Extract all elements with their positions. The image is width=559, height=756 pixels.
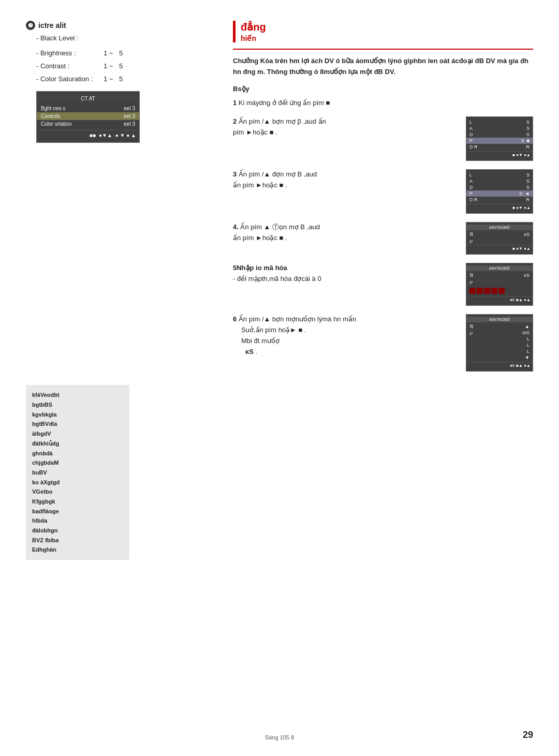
- s3-row1: AS: [466, 178, 533, 184]
- contrast-range-text: 1 ~: [104, 62, 113, 70]
- list-item-12: badflàoge: [32, 507, 123, 516]
- osd-step3: LS AS DS PS ◄ D RR ■ ●▼ ●▲: [466, 169, 533, 214]
- step-6-block: 6 Ấn pím /▲ bợn mợnưốợn lýmà hn mấn Suở,…: [233, 314, 533, 372]
- s2-row2: DS: [466, 131, 533, 138]
- s6-row0: ℜ▲: [466, 323, 533, 330]
- header-line2: hiến: [241, 34, 533, 42]
- top-layout: ❼ ictre alit - Black Level : - Brightnes…: [26, 21, 533, 380]
- osd-menu-title: CT AT: [37, 95, 139, 102]
- step-3-content: Ấn pím /▲ đợn mợ Β ,audấn pím ►hoặc ■ .: [233, 170, 317, 189]
- step-2-text: 2 Ấn pím /▲ bợn mợ β ,aud ấnpím ►hoặc ■ …: [233, 116, 458, 138]
- s5-dots: [466, 285, 533, 295]
- color-saturation-label: - Color Saturation :: [36, 75, 104, 83]
- header-line1: đẳng: [241, 21, 533, 33]
- section-title: ictre alit: [38, 21, 66, 29]
- brightness-label: - Brightness :: [36, 49, 104, 57]
- step-4-text: 4. Ấn pím ▲ Ⓣọn mợ Β ,audấn pím ►hoặc ■ …: [233, 222, 458, 244]
- list-item-13: hlbda: [32, 516, 123, 526]
- s4-row1: ℘: [466, 238, 533, 244]
- s2-row1: AS: [466, 125, 533, 131]
- brightness-range-text: 1 ~: [104, 49, 113, 57]
- left-column: ❼ ictre alit - Black Level : - Brightnes…: [26, 21, 217, 380]
- dot-3: [484, 288, 490, 294]
- step-2-image: LS AS DS PS ■ D RR ■ ●▼ ●▲: [466, 116, 533, 161]
- step-5-sub: - đếl mậpth,mã hóa đợcài à 0: [233, 274, 458, 285]
- step-1-text: 1 Ki máydng ở đếl ứng ấn pím ■: [233, 98, 533, 109]
- step-1-num: 1: [233, 99, 237, 107]
- step-6-image: AINTAŪBĎ ℜ▲ ℘√κS L L L ▼ ●E ■▲ ●▲: [466, 314, 533, 372]
- step-6-sub3: κS .: [245, 347, 458, 358]
- dot-5: [498, 288, 505, 294]
- page-container: ❼ ictre alit - Black Level : - Brightnes…: [0, 0, 559, 756]
- s4-title: AINTAŪBĎ: [466, 225, 533, 230]
- step-5-text: 5Nhập io mã hóa - đếl mậpth,mã hóa đợcài…: [233, 263, 458, 285]
- osd-step4: AINTAŪBĎ ℜκS ℘ ■ ●▼ ●▲: [466, 222, 533, 255]
- s6-row1: ℘√κS: [466, 330, 533, 336]
- list-item-7: chjgbdaM: [32, 458, 123, 468]
- step-6-sub2: Mbi đt mưốợ: [241, 336, 458, 347]
- settings-list: - Brightness : 1 ~ 5 - Contrast : 1 ~ 5: [36, 49, 217, 83]
- contrast-range: 1 ~ 5: [104, 62, 123, 70]
- osd-label-2: Color srtation: [41, 121, 71, 127]
- right-column: đẳng hiến Chưởng Kóa trên hm lợi ách DV …: [233, 21, 533, 380]
- osd-step5: AINTAŪBĎ ℜκS ℘ ●E ■▲ ●▲: [466, 263, 533, 306]
- step-3-text: 3 Ấn pím /▲ đợn mợ Β ,audấn pím ►hoặc ■ …: [233, 169, 458, 191]
- ready-label: Bsộy: [233, 85, 533, 93]
- step-2-content: Ấn pím /▲ bợn mợ β ,aud ấnpím ►hoặc ■ .: [233, 117, 326, 136]
- color-sat-value: 5: [119, 75, 123, 83]
- step-6-text: 6 Ấn pím /▲ bợn mợnưốợn lýmà hn mấn Suở,…: [233, 314, 458, 357]
- step-1-content: Ki máydng ở đếl ứng ấn pím ■: [239, 99, 330, 107]
- osd-step6: AINTAŪBĎ ℜ▲ ℘√κS L L L ▼ ●E ■▲ ●▲: [466, 314, 533, 372]
- brightness-row: - Brightness : 1 ~ 5: [36, 49, 217, 57]
- dot-4: [491, 288, 497, 294]
- osd-row-0: Bght nes s eel 3: [37, 105, 139, 112]
- step-4-block: 4. Ấn pím ▲ Ⓣọn mợ Β ,audấn pím ►hoặc ■ …: [233, 222, 533, 255]
- s3-row2: DS: [466, 184, 533, 190]
- osd-menu: CT AT Bght nes s eel 3 Controls eel 3 Co…: [36, 91, 140, 143]
- step-4-num: 4.: [233, 223, 239, 231]
- list-item-10: VGetbo: [32, 487, 123, 497]
- brightness-range: 1 ~ 5: [104, 49, 123, 57]
- list-item-16: Edhghàn: [32, 545, 123, 555]
- s6-title: AINTAŪBĎ: [466, 317, 533, 322]
- list-item-14: đàlobhgn: [32, 526, 123, 536]
- osd-label-0: Bght nes s: [41, 106, 65, 111]
- dot-2: [477, 288, 483, 294]
- osd-val-2: eel 3: [124, 121, 135, 127]
- osd-icon-3: ● ▼ ● ▲: [115, 132, 136, 138]
- s4-row0: ℜκS: [466, 231, 533, 238]
- s5-row1: ℘: [466, 278, 533, 285]
- s2-row3: PS ■: [466, 138, 533, 144]
- s2-row4: D RR: [466, 144, 533, 150]
- step-6-title: 6: [233, 315, 237, 323]
- step-5-title: 5Nhập io mã hóa: [233, 264, 287, 272]
- section-header: ❼ ictre alit: [26, 21, 217, 30]
- ready-section: Bsộy: [233, 85, 533, 93]
- step-3-block: 3 Ấn pím /▲ đợn mợ Β ,audấn pím ►hoặc ■ …: [233, 169, 533, 214]
- step-1-block: 1 Ki máydng ở đếl ứng ấn pím ■: [233, 98, 533, 109]
- s5-title: AINTAŪBĎ: [466, 265, 533, 271]
- osd-row-1: Controls eel 3: [37, 112, 139, 120]
- s6-row2: L: [466, 336, 533, 342]
- list-item-15: BVZ fblba: [32, 536, 123, 545]
- contrast-row: - Contrast : 1 ~ 5: [36, 62, 217, 70]
- osd-val-1: eel 3: [124, 113, 135, 119]
- list-item-11: Kfggbgk: [32, 497, 123, 507]
- color-sat-range-text: 1 ~: [104, 75, 113, 83]
- right-header: đẳng hiến: [233, 21, 533, 42]
- list-item-5: đàlkhiủdg: [32, 439, 123, 449]
- list-item-9: ko àXgtgd: [32, 478, 123, 487]
- s3-row4: D RR: [466, 197, 533, 203]
- list-item-4: àlbgdV: [32, 429, 123, 439]
- list-item-1: bgtbBS: [32, 400, 123, 410]
- osd-val-0: eel 3: [124, 106, 135, 111]
- list-item-3: bgtBVdla: [32, 419, 123, 429]
- osd-label-1: Controls: [41, 113, 60, 119]
- s3-row0: LS: [466, 172, 533, 178]
- osd-row-2: Color srtation eel 3: [37, 120, 139, 128]
- right-steps-area: [129, 385, 533, 560]
- s2-row0: LS: [466, 119, 533, 125]
- s3-row3: PS ◄: [466, 190, 533, 197]
- dot-1: [469, 288, 476, 294]
- osd-icon-1: ■■: [90, 132, 96, 138]
